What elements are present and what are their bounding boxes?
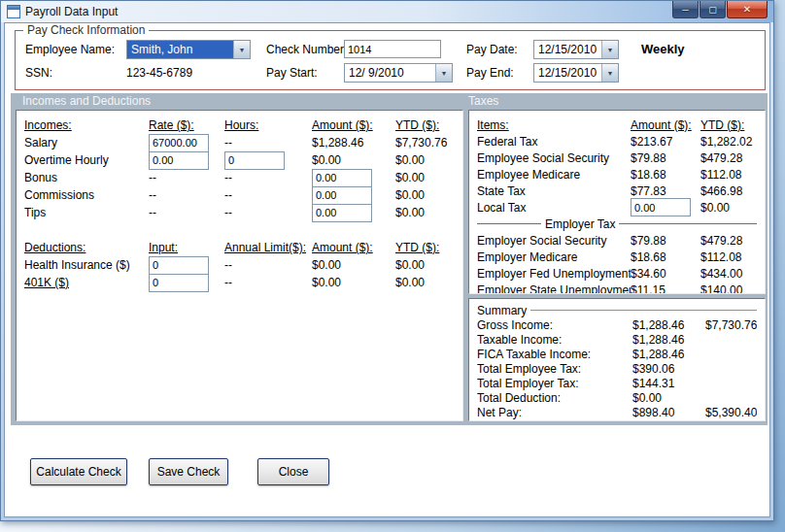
health-insurance-label: Health Insurance ($) <box>24 258 149 272</box>
calculate-check-button[interactable]: Calculate Check <box>30 458 127 485</box>
er-state-unemp-label: Employer State Unemployment <box>477 283 631 295</box>
check-number-input[interactable] <box>344 40 441 58</box>
gross-income-amount: $1,288.46 <box>632 318 705 332</box>
maximize-button[interactable]: ▢ <box>700 1 726 18</box>
bonus-ytd: $0.00 <box>395 171 462 184</box>
close-button[interactable]: Close <box>257 458 329 485</box>
total-employer-tax-label: Total Employer Tax: <box>477 377 632 390</box>
bonus-hours: -- <box>224 171 312 184</box>
total-employee-tax-label: Total Employee Tax: <box>477 362 632 376</box>
net-pay-ytd: $5,390.40 <box>705 406 757 419</box>
overtime-rate-input[interactable] <box>149 151 209 170</box>
chevron-down-icon[interactable]: ▼ <box>601 41 618 58</box>
salary-hours: -- <box>224 136 312 150</box>
emp-medicare-label: Employee Medicare <box>477 168 631 182</box>
pay-date-value: 12/15/2010 <box>534 41 601 58</box>
er-ss-label: Employer Social Security <box>477 234 631 248</box>
emp-medicare-amount: $18.68 <box>631 168 700 182</box>
commissions-amount-input[interactable] <box>312 186 372 205</box>
net-pay-label: Net Pay: <box>477 406 632 419</box>
tax-items-header: Items: <box>477 118 631 132</box>
commissions-label: Commissions <box>24 188 149 202</box>
incomes-header: Incomes: <box>24 118 149 132</box>
salary-rate-input[interactable] <box>149 134 209 152</box>
payroll-window: Payroll Data Input ─ ▢ ✕ Pay Check Infor… <box>0 0 774 521</box>
paycheck-info-legend: Pay Check Information <box>23 23 149 37</box>
total-employer-tax-amount: $144.31 <box>632 377 705 390</box>
health-insurance-limit: -- <box>224 258 312 272</box>
state-tax-amount: $77.83 <box>631 184 700 198</box>
pay-date-picker[interactable]: 12/15/2010 ▼ <box>533 40 619 59</box>
taxable-income-label: Taxable Income: <box>477 333 632 347</box>
window-controls: ─ ▢ ✕ <box>671 1 773 18</box>
button-bar: Calculate Check Save Check Close <box>5 458 769 499</box>
pay-end-label: Pay End: <box>466 66 514 80</box>
total-employee-tax-amount: $390.06 <box>632 362 705 376</box>
tax-amount-header: Amount ($): <box>631 118 700 132</box>
amount-header: Amount ($): <box>312 118 395 132</box>
federal-tax-ytd: $1,282.02 <box>700 135 765 149</box>
bonus-amount-input[interactable] <box>312 169 372 187</box>
tips-hours: -- <box>224 206 312 219</box>
er-fed-unemp-label: Employer Fed Unemployment <box>477 267 631 281</box>
employee-name-value: Smith, John <box>127 41 233 58</box>
chevron-down-icon[interactable]: ▼ <box>601 64 618 82</box>
k401-label: 401K ($) <box>24 276 149 289</box>
chevron-down-icon[interactable]: ▼ <box>435 64 452 82</box>
total-deduction-amount: $0.00 <box>632 391 705 405</box>
health-insurance-amount: $0.00 <box>312 258 395 272</box>
bonus-label: Bonus <box>24 171 149 184</box>
pay-end-picker[interactable]: 12/15/2010 ▼ <box>533 63 619 83</box>
er-state-unemp-amount: $11.15 <box>631 283 700 295</box>
input-header: Input: <box>149 241 224 254</box>
commissions-ytd: $0.00 <box>395 188 462 202</box>
close-window-button[interactable]: ✕ <box>727 1 768 18</box>
health-insurance-ytd: $0.00 <box>395 258 462 272</box>
ytd-header: YTD ($): <box>395 118 462 132</box>
rate-header: Rate ($): <box>149 118 224 132</box>
taxable-income-amount: $1,288.46 <box>632 333 705 347</box>
ded-amount-header: Amount ($): <box>312 241 395 254</box>
summary-title: Summary <box>477 304 530 317</box>
save-check-button[interactable]: Save Check <box>149 458 228 485</box>
annual-limit-header: Annual Limit($): <box>224 241 312 254</box>
paycheck-info-group: Pay Check Information Employee Name: Smi… <box>15 30 766 90</box>
tips-rate: -- <box>149 206 224 219</box>
local-tax-input[interactable] <box>631 198 691 216</box>
k401-input[interactable] <box>149 274 209 292</box>
minimize-button[interactable]: ─ <box>672 1 699 18</box>
k401-amount: $0.00 <box>312 276 395 289</box>
gross-income-ytd: $7,730.76 <box>705 318 757 332</box>
tips-amount-input[interactable] <box>312 204 372 222</box>
k401-ytd: $0.00 <box>395 276 462 289</box>
er-fed-unemp-amount: $34.60 <box>631 267 700 281</box>
title-bar[interactable]: Payroll Data Input ─ ▢ ✕ <box>1 1 773 22</box>
ssn-value: 123-45-6789 <box>126 66 192 80</box>
tax-ytd-header: YTD ($): <box>700 118 765 132</box>
overtime-hours-input[interactable] <box>224 151 285 170</box>
chevron-down-icon[interactable]: ▼ <box>233 41 250 58</box>
pay-start-picker[interactable]: 12/ 9/2010 ▼ <box>344 63 453 83</box>
er-ss-ytd: $479.28 <box>700 234 765 248</box>
emp-ss-label: Employee Social Security <box>477 151 631 165</box>
bonus-rate: -- <box>149 171 224 184</box>
pay-date-label: Pay Date: <box>466 43 518 56</box>
emp-medicare-ytd: $112.08 <box>700 168 765 182</box>
health-insurance-input[interactable] <box>149 256 209 275</box>
er-fed-unemp-ytd: $434.00 <box>700 267 765 281</box>
salary-ytd: $7,730.76 <box>395 136 462 150</box>
salary-amount: $1,288.46 <box>312 136 395 150</box>
incomes-panel: Incomes: Rate ($): Hours: Amount ($): YT… <box>16 110 463 421</box>
commissions-rate: -- <box>149 188 224 202</box>
section-taxes: Taxes <box>468 94 498 108</box>
federal-tax-label: Federal Tax <box>477 135 631 149</box>
local-tax-ytd: $0.00 <box>700 201 765 215</box>
pay-frequency-label: Weekly <box>641 42 685 56</box>
window-title: Payroll Data Input <box>25 5 118 18</box>
k401-limit: -- <box>224 276 312 289</box>
employee-name-combo[interactable]: Smith, John ▼ <box>126 40 251 59</box>
pay-end-value: 12/15/2010 <box>534 64 601 82</box>
commissions-hours: -- <box>224 188 312 202</box>
employer-tax-divider: Employer Tax <box>477 216 757 231</box>
fica-taxable-amount: $1,288.46 <box>632 348 705 361</box>
